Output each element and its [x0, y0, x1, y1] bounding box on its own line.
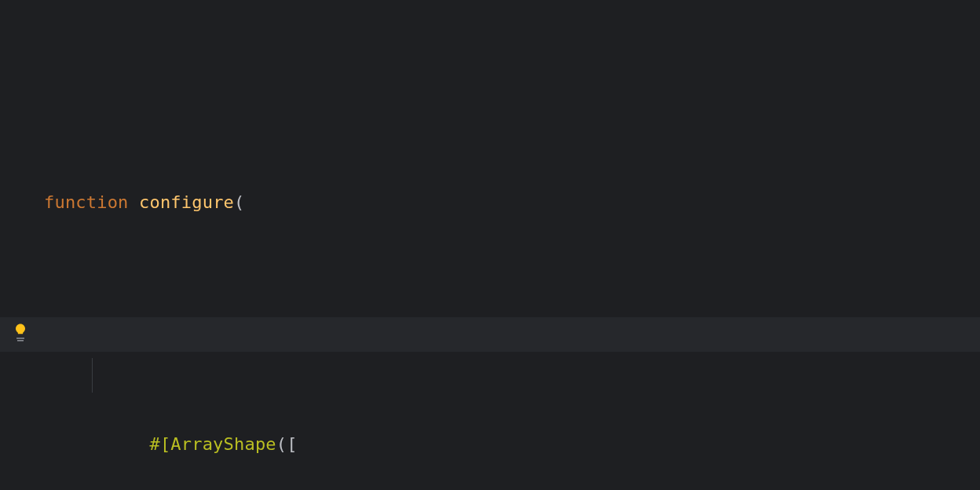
lightbulb-icon[interactable] — [13, 323, 28, 343]
attribute-hash-open: #[ — [149, 434, 170, 454]
code-line[interactable]: #[ArrayShape([ — [44, 358, 604, 393]
svg-rect-0 — [16, 338, 24, 339]
function-name: configure — [139, 192, 234, 212]
paren-open: ( — [234, 192, 244, 212]
editor-gutter — [0, 0, 38, 490]
code-area[interactable]: function configure( #[ArrayShape([ 'toke… — [44, 47, 604, 490]
code-line[interactable]: function configure( — [44, 185, 604, 220]
array-open: [ — [287, 434, 297, 454]
attribute-name: ArrayShape — [170, 434, 276, 454]
indent-guide — [92, 358, 93, 393]
keyword-function: function — [44, 192, 129, 212]
code-editor[interactable]: function configure( #[ArrayShape([ 'toke… — [0, 0, 980, 490]
svg-rect-1 — [17, 340, 24, 342]
attr-paren-open: ( — [276, 434, 287, 454]
